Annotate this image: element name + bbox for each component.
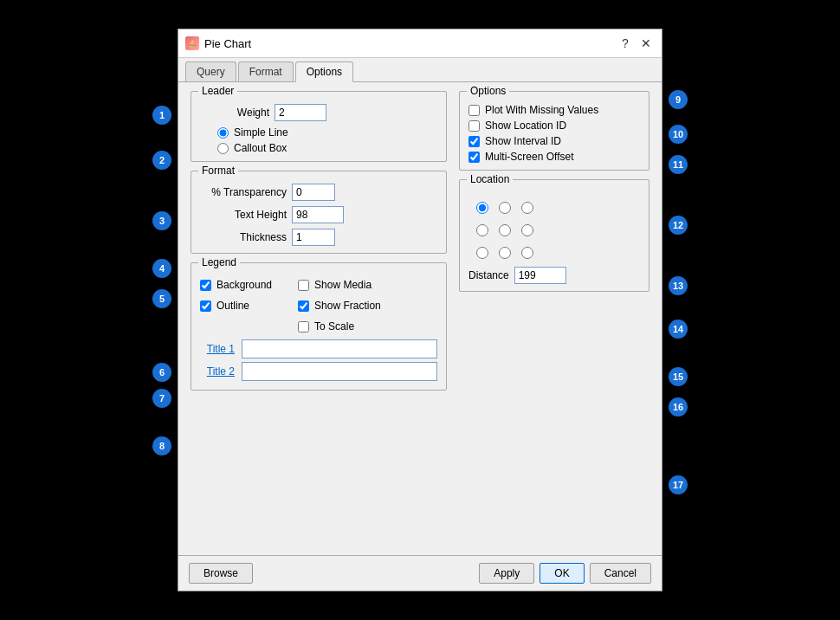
options-group-label: Options: [467, 85, 509, 97]
to-scale-row: To Scale: [298, 320, 381, 333]
help-button[interactable]: ?: [617, 35, 634, 52]
thickness-input[interactable]: [292, 229, 335, 246]
loc-bot-right-radio[interactable]: [521, 247, 533, 259]
leader-radio-group: Simple Line Callout Box: [217, 126, 437, 154]
simple-line-label: Simple Line: [234, 126, 288, 139]
loc-top-right-radio[interactable]: [521, 202, 533, 214]
title2-row: Title 2: [200, 362, 437, 381]
title1-label[interactable]: Title 1: [200, 343, 235, 355]
badge-15: 15: [669, 367, 688, 386]
multi-screen-label: Multi-Screen Offset: [485, 151, 573, 163]
thickness-label: Thickness: [200, 231, 287, 243]
loc-mid-center-radio[interactable]: [499, 224, 511, 236]
distance-input[interactable]: [514, 267, 566, 284]
plot-missing-checkbox[interactable]: [468, 105, 480, 116]
tab-format[interactable]: Format: [238, 61, 294, 81]
show-media-row: Show Media: [298, 279, 381, 291]
pie-chart-dialog: 🥧 Pie Chart ? ✕ Query Format Options Lea…: [178, 29, 662, 591]
background-checkbox[interactable]: [200, 280, 211, 291]
background-label: Background: [216, 279, 272, 291]
weight-input[interactable]: [275, 104, 326, 121]
legend-group-label: Legend: [198, 256, 240, 268]
callout-box-label: Callout Box: [234, 142, 287, 154]
title-buttons: ? ✕: [617, 35, 655, 52]
show-location-checkbox[interactable]: [468, 120, 480, 132]
text-height-label: Text Height: [200, 209, 287, 221]
show-location-label: Show Location ID: [485, 119, 566, 132]
badge-12: 12: [669, 216, 688, 235]
legend-inner: Background Outline Show Media: [200, 279, 437, 333]
badge-6: 6: [152, 363, 171, 382]
multi-screen-row: Multi-Screen Offset: [468, 151, 640, 163]
title-bar: 🥧 Pie Chart ? ✕: [178, 29, 662, 58]
title2-label[interactable]: Title 2: [200, 365, 235, 378]
tab-bar: Query Format Options: [178, 58, 662, 82]
distance-label: Distance: [468, 269, 509, 281]
badge-5: 5: [152, 289, 171, 308]
text-height-input[interactable]: [292, 206, 344, 223]
background-row: Background: [200, 279, 272, 291]
leader-group: Leader Weight Simple Line Callout Box: [191, 91, 447, 162]
transparency-label: % Transparency: [200, 186, 287, 198]
weight-row: Weight: [200, 104, 437, 121]
tab-query[interactable]: Query: [185, 61, 236, 81]
title1-input[interactable]: [242, 339, 437, 358]
loc-mid-left-radio[interactable]: [476, 224, 488, 236]
badge-14: 14: [669, 320, 688, 339]
loc-top-center-radio[interactable]: [499, 202, 511, 214]
apply-button[interactable]: Apply: [479, 563, 534, 584]
main-content: Leader Weight Simple Line Callout Box: [178, 82, 662, 451]
bottom-right-buttons: Apply OK Cancel: [479, 563, 651, 584]
simple-line-radio[interactable]: [217, 127, 229, 139]
title1-row: Title 1: [200, 339, 437, 358]
cancel-button[interactable]: Cancel: [590, 563, 651, 584]
ok-button[interactable]: OK: [540, 563, 584, 584]
distance-row: Distance: [468, 267, 640, 284]
weight-label: Weight: [200, 107, 269, 119]
show-fraction-checkbox[interactable]: [298, 300, 309, 312]
outline-checkbox[interactable]: [200, 300, 211, 312]
to-scale-checkbox[interactable]: [298, 321, 309, 333]
badge-3: 3: [152, 211, 171, 230]
options-group: Options Plot With Missing Values Show Lo…: [459, 91, 649, 171]
format-group: Format % Transparency Text Height Thickn…: [191, 171, 447, 254]
badge-10: 10: [669, 125, 688, 144]
transparency-row: % Transparency: [200, 184, 437, 201]
plot-missing-row: Plot With Missing Values: [468, 104, 640, 116]
show-fraction-row: Show Fraction: [298, 300, 381, 312]
legend-col-left: Background Outline: [200, 279, 272, 333]
title2-input[interactable]: [242, 362, 437, 381]
loc-bot-left-radio[interactable]: [476, 247, 488, 259]
show-interval-checkbox[interactable]: [468, 136, 480, 147]
show-location-row: Show Location ID: [468, 119, 640, 132]
badge-1: 1: [152, 106, 171, 125]
close-button[interactable]: ✕: [637, 35, 655, 52]
simple-line-row: Simple Line: [217, 126, 437, 139]
outline-label: Outline: [216, 300, 249, 312]
badge-11: 11: [669, 155, 688, 174]
multi-screen-checkbox[interactable]: [468, 152, 480, 163]
leader-group-label: Leader: [198, 85, 237, 97]
tab-options[interactable]: Options: [295, 61, 353, 82]
badge-7: 7: [152, 389, 171, 408]
plot-missing-label: Plot With Missing Values: [485, 104, 598, 116]
location-grid: [472, 197, 640, 263]
to-scale-label: To Scale: [314, 320, 354, 333]
text-height-row: Text Height: [200, 206, 437, 223]
show-media-label: Show Media: [314, 279, 372, 291]
thickness-row: Thickness: [200, 229, 437, 246]
outline-row: Outline: [200, 300, 272, 312]
loc-bot-center-radio[interactable]: [499, 247, 511, 259]
loc-top-left-radio[interactable]: [476, 202, 488, 214]
badge-16: 16: [669, 397, 688, 417]
location-group-label: Location: [467, 173, 513, 185]
transparency-input[interactable]: [292, 184, 335, 201]
badge-13: 13: [669, 276, 688, 295]
callout-box-radio[interactable]: [217, 143, 229, 154]
badge-9: 9: [669, 90, 688, 109]
left-panel: Leader Weight Simple Line Callout Box: [191, 91, 447, 391]
show-interval-label: Show Interval ID: [485, 135, 561, 147]
show-media-checkbox[interactable]: [298, 280, 309, 291]
browse-button[interactable]: Browse: [189, 563, 253, 584]
loc-mid-right-radio[interactable]: [521, 224, 533, 236]
